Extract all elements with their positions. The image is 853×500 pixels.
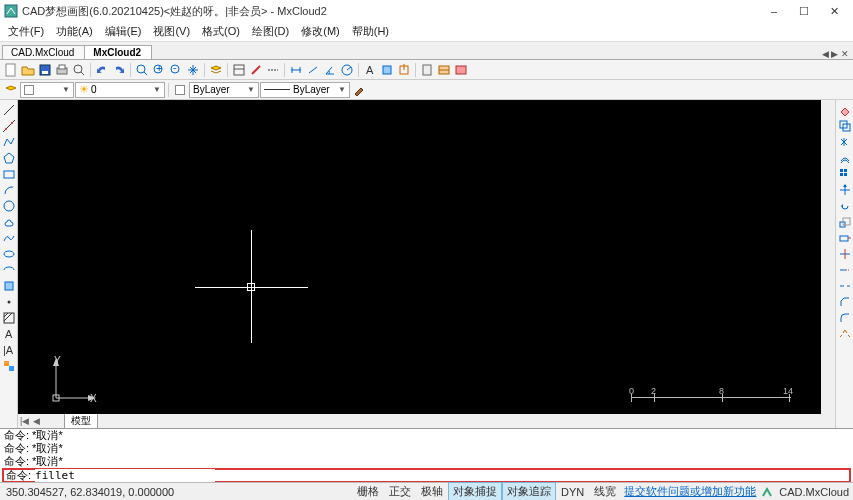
undo-icon[interactable]: [94, 62, 110, 78]
copy-icon[interactable]: [838, 119, 852, 133]
xline-icon[interactable]: [2, 119, 16, 133]
ellipse-arc-icon[interactable]: [2, 263, 16, 277]
insert-block-icon[interactable]: [2, 279, 16, 293]
table2-icon[interactable]: [453, 62, 469, 78]
doc-tab-1[interactable]: CAD.MxCloud: [2, 45, 85, 59]
menu-edit[interactable]: 编辑(E): [99, 22, 148, 41]
linetype-combo-1[interactable]: ByLayer▼: [189, 82, 259, 98]
layer-combo[interactable]: ☀ 0▼: [75, 82, 165, 98]
table-icon[interactable]: [436, 62, 452, 78]
drawing-canvas[interactable]: Y X 0 2 8 14: [18, 100, 821, 414]
status-ortho[interactable]: 正交: [384, 482, 416, 500]
menu-file[interactable]: 文件(F): [2, 22, 50, 41]
array-icon[interactable]: [838, 167, 852, 181]
tab-nav[interactable]: ◀ ▶ ✕: [818, 49, 853, 59]
rectangle-icon[interactable]: [2, 167, 16, 181]
stretch-icon[interactable]: [838, 231, 852, 245]
dim-linear-icon[interactable]: [288, 62, 304, 78]
mirror-icon[interactable]: [838, 135, 852, 149]
layer-icon[interactable]: [208, 62, 224, 78]
zoom-extents-icon[interactable]: [134, 62, 150, 78]
title-bar: CAD梦想画图(6.0.20210425)<姓赵的呀。|非会员> - MxClo…: [0, 0, 853, 22]
print-icon[interactable]: [54, 62, 70, 78]
linetype-combo-2[interactable]: ByLayer▼: [260, 82, 350, 98]
doc-tab-2[interactable]: MxCloud2: [84, 45, 152, 59]
svg-rect-36: [4, 171, 14, 178]
mtext-icon[interactable]: |A: [2, 343, 16, 357]
explode-icon[interactable]: [838, 327, 852, 341]
work-area: A |A Y X: [0, 100, 853, 428]
menu-draw[interactable]: 绘图(D): [246, 22, 295, 41]
rotate-icon[interactable]: [838, 199, 852, 213]
scale-icon[interactable]: [838, 215, 852, 229]
pan-icon[interactable]: [185, 62, 201, 78]
line-icon[interactable]: [2, 103, 16, 117]
preview-icon[interactable]: [71, 62, 87, 78]
text-style-icon[interactable]: A: [362, 62, 378, 78]
vertical-scrollbar[interactable]: [821, 100, 835, 414]
status-otrack[interactable]: 对象追踪: [502, 482, 556, 500]
fillet-icon[interactable]: [838, 311, 852, 325]
erase-icon[interactable]: [838, 103, 852, 117]
new-icon[interactable]: [3, 62, 19, 78]
close-button[interactable]: ✕: [819, 1, 849, 21]
svg-marker-59: [843, 184, 847, 187]
trim-icon[interactable]: [838, 247, 852, 261]
status-polar[interactable]: 极轴: [416, 482, 448, 500]
match-icon[interactable]: [248, 62, 264, 78]
command-input-row: 命令:: [2, 468, 851, 482]
svg-rect-5: [59, 65, 65, 69]
redo-icon[interactable]: [111, 62, 127, 78]
sheet-tab-model[interactable]: 模型: [64, 413, 98, 429]
svg-point-8: [137, 65, 145, 73]
save-icon[interactable]: [37, 62, 53, 78]
properties-icon[interactable]: [231, 62, 247, 78]
hatch-icon[interactable]: [2, 311, 16, 325]
circle-icon[interactable]: [2, 199, 16, 213]
line-style-icon[interactable]: [265, 62, 281, 78]
move-icon[interactable]: [838, 183, 852, 197]
menu-view[interactable]: 视图(V): [147, 22, 196, 41]
arc-icon[interactable]: [2, 183, 16, 197]
menu-help[interactable]: 帮助(H): [346, 22, 395, 41]
chamfer-icon[interactable]: [838, 295, 852, 309]
menu-modify[interactable]: 修改(M): [295, 22, 346, 41]
zoom-window-icon[interactable]: +: [151, 62, 167, 78]
offset-icon[interactable]: [838, 151, 852, 165]
zoom-out-icon[interactable]: -: [168, 62, 184, 78]
feedback-link[interactable]: 提交软件问题或增加新功能: [621, 484, 759, 499]
maximize-button[interactable]: ☐: [789, 1, 819, 21]
dim-radius-icon[interactable]: [339, 62, 355, 78]
color-combo[interactable]: ▼: [20, 82, 74, 98]
status-lwt[interactable]: 线宽: [589, 482, 621, 500]
status-grid[interactable]: 栅格: [352, 482, 384, 500]
insert-icon[interactable]: [396, 62, 412, 78]
dim-aligned-icon[interactable]: [305, 62, 321, 78]
extend-icon[interactable]: [838, 263, 852, 277]
dim-angular-icon[interactable]: [322, 62, 338, 78]
spline-icon[interactable]: [2, 231, 16, 245]
open-icon[interactable]: [20, 62, 36, 78]
menu-function[interactable]: 功能(A): [50, 22, 99, 41]
brush-icon[interactable]: [351, 82, 367, 98]
ellipse-icon[interactable]: [2, 247, 16, 261]
menu-format[interactable]: 格式(O): [196, 22, 246, 41]
status-dyn[interactable]: DYN: [556, 484, 589, 500]
text-icon[interactable]: A: [2, 327, 16, 341]
minimize-button[interactable]: –: [759, 1, 789, 21]
sheet-nav-first[interactable]: |◀: [18, 416, 31, 426]
calc-icon[interactable]: [419, 62, 435, 78]
status-osnap[interactable]: 对象捕捉: [448, 482, 502, 500]
layer-manager-icon[interactable]: [3, 82, 19, 98]
revcloud-icon[interactable]: [2, 215, 16, 229]
command-input[interactable]: [35, 469, 215, 482]
point-icon[interactable]: [2, 295, 16, 309]
block-icon[interactable]: [379, 62, 395, 78]
block-make-icon[interactable]: [2, 359, 16, 373]
color-white-icon[interactable]: [172, 82, 188, 98]
break-icon[interactable]: [838, 279, 852, 293]
polyline-icon[interactable]: [2, 135, 16, 149]
polygon-icon[interactable]: [2, 151, 16, 165]
svg-marker-35: [4, 153, 14, 163]
sheet-nav-prev[interactable]: ◀: [31, 416, 42, 426]
